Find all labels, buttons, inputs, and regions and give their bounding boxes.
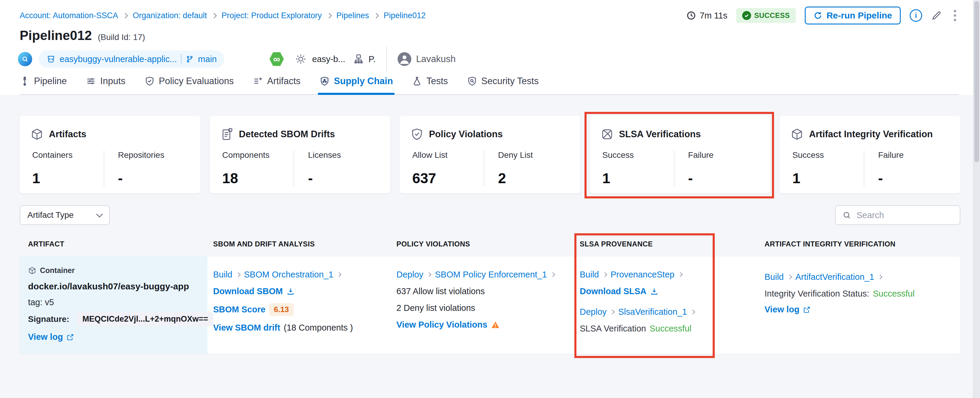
sbom-score-link[interactable]: SBOM Score xyxy=(213,305,266,315)
sbom-cell: Build SBOM Orchestration_1 Download SBOM… xyxy=(207,257,391,354)
vertical-scrollbar xyxy=(973,0,980,398)
stage-link[interactable]: Build xyxy=(213,270,232,280)
filter-row: Artifact Type xyxy=(20,205,960,225)
view-log-link[interactable]: View log xyxy=(28,332,63,342)
trigger-name: easy-b... xyxy=(312,54,345,64)
external-link-icon xyxy=(67,333,74,341)
gear-icon xyxy=(295,53,307,65)
artifact-cell: Container docker.io/lavakush07/easy-bugg… xyxy=(20,257,207,354)
breadcrumb-organization[interactable]: Organization: default xyxy=(133,11,207,20)
col-header-sbom: SBOM AND DRIFT ANALYSIS xyxy=(207,240,391,248)
cube-icon xyxy=(30,128,43,141)
header: Account: Automation-SSCA Organization: d… xyxy=(0,0,980,95)
card-sbom-drifts: Detected SBOM Drifts Components 18 Licen… xyxy=(210,116,390,193)
repo-name: easybuggy-vulnerable-applic... xyxy=(60,54,177,64)
vertical-divider xyxy=(386,46,387,72)
breadcrumb-current-pipeline[interactable]: Pipeline012 xyxy=(383,11,426,20)
download-sbom-link[interactable]: Download SBOM xyxy=(213,286,283,296)
col-header-slsa: SLSA PROVENANCE xyxy=(574,240,759,248)
info-icon[interactable]: i xyxy=(910,9,922,22)
warning-icon xyxy=(491,320,500,329)
step-link[interactable]: SlsaVerification_1 xyxy=(618,307,687,317)
card-title: Policy Violations xyxy=(429,129,503,140)
tab-pipeline[interactable]: Pipeline xyxy=(20,76,67,94)
breadcrumb-pipelines[interactable]: Pipelines xyxy=(337,11,369,20)
metric-repositories: Repositories - xyxy=(104,150,189,187)
tab-label: Pipeline xyxy=(34,76,67,86)
external-link-icon xyxy=(803,306,811,313)
more-menu-icon[interactable] xyxy=(951,9,959,22)
stage-link[interactable]: Build xyxy=(765,272,784,282)
integrity-status-label: Integrity Verification Status: xyxy=(765,289,869,299)
page-title: Pipeline012 xyxy=(20,28,92,43)
artifact-type-select[interactable]: Artifact Type xyxy=(20,205,110,225)
status-text: SUCCESS xyxy=(754,11,790,20)
title-row: Pipeline012 (Build Id: 17) xyxy=(20,28,959,43)
supply-chain-content: Artifacts Containers 1 Repositories - xyxy=(0,116,980,354)
card-artifacts: Artifacts Containers 1 Repositories - xyxy=(20,116,200,193)
rerun-label: Re-run Pipeline xyxy=(827,10,892,21)
tab-policy-evaluations[interactable]: Policy Evaluations xyxy=(145,76,234,94)
slsa-status-label: SLSA Verification xyxy=(580,324,646,334)
tab-security-tests[interactable]: Security Tests xyxy=(467,76,539,94)
breadcrumb-project[interactable]: Project: Product Exploratory xyxy=(221,11,321,20)
user-avatar-icon xyxy=(398,52,411,66)
tab-artifacts[interactable]: Artifacts xyxy=(253,76,301,94)
chevron-right-icon xyxy=(690,310,695,315)
search-input[interactable] xyxy=(856,210,953,221)
chevron-right-icon xyxy=(602,272,607,277)
card-title: Artifacts xyxy=(49,129,86,140)
chevron-right-icon xyxy=(550,272,555,277)
artifacts-table: ARTIFACT SBOM AND DRIFT ANALYSIS POLICY … xyxy=(20,240,960,354)
rerun-pipeline-button[interactable]: Re-run Pipeline xyxy=(805,6,901,24)
view-sbom-drift-link[interactable]: View SBOM drift xyxy=(213,323,280,332)
scrollbar-thumb[interactable] xyxy=(974,1,979,162)
chevron-right-icon xyxy=(427,272,431,277)
signature-row: Signature: MEQCICde2Vjl...L+2+mqnOXw== xyxy=(28,312,199,326)
delegate-icon xyxy=(353,53,364,65)
repo-branch-chip[interactable]: easybuggy-vulnerable-applic... main xyxy=(39,50,224,68)
view-log-link[interactable]: View log xyxy=(765,305,799,315)
stage-link[interactable]: Build xyxy=(580,270,599,280)
download-icon xyxy=(650,287,659,296)
metric-licenses: Licenses - xyxy=(294,150,379,187)
stage-link[interactable]: Deploy xyxy=(580,307,606,317)
chevron-right-icon xyxy=(337,272,342,277)
breadcrumb: Account: Automation-SSCA Organization: d… xyxy=(20,11,426,20)
tab-label: Artifacts xyxy=(267,76,301,86)
status-badge: SUCCESS xyxy=(736,8,796,23)
stage-link[interactable]: Deploy xyxy=(396,270,423,280)
chevron-right-icon xyxy=(326,13,332,18)
step-link[interactable]: SBOM Orchestration_1 xyxy=(244,270,334,280)
chevron-right-icon xyxy=(123,13,128,18)
slsa-cell: Build ProvenanceStep Download SLSA Deplo… xyxy=(574,257,759,354)
step-link[interactable]: ProvenanceStep xyxy=(611,270,675,280)
card-policy-violations: Policy Violations Allow List 637 Deny Li… xyxy=(400,116,580,193)
chevron-right-icon xyxy=(212,13,217,18)
container-cube-icon xyxy=(28,267,37,275)
table-row: Container docker.io/lavakush07/easy-bugg… xyxy=(20,257,960,354)
step-link[interactable]: SBOM Policy Enforcement_1 xyxy=(435,270,547,280)
download-slsa-link[interactable]: Download SLSA xyxy=(580,286,646,296)
metric-slsa-success: Success 1 xyxy=(601,150,674,187)
summary-cards: Artifacts Containers 1 Repositories - xyxy=(20,116,960,193)
cube-icon xyxy=(791,128,803,141)
view-policy-violations-link[interactable]: View Policy Violations xyxy=(396,320,487,330)
artifact-type-label: Artifact Type xyxy=(27,210,74,220)
tab-supply-chain[interactable]: Supply Chain xyxy=(320,76,393,94)
shield-search-icon xyxy=(467,76,477,86)
allow-list-violations: 637 Allow list violations xyxy=(396,286,485,296)
tab-tests[interactable]: Tests xyxy=(412,76,448,94)
integrity-status-value: Successful xyxy=(873,289,915,299)
chevron-right-icon xyxy=(374,13,379,18)
artifact-tag: tag: v5 xyxy=(28,297,199,307)
tab-inputs[interactable]: Inputs xyxy=(86,76,125,94)
step-link[interactable]: ArtifactVerification_1 xyxy=(795,272,874,282)
edit-icon[interactable] xyxy=(931,10,942,21)
policy-cell: Deploy SBOM Policy Enforcement_1 637 All… xyxy=(391,257,574,354)
breadcrumb-row: Account: Automation-SSCA Organization: d… xyxy=(20,6,959,25)
sliders-icon xyxy=(86,76,96,86)
tab-label: Tests xyxy=(426,76,448,86)
breadcrumb-account[interactable]: Account: Automation-SSCA xyxy=(20,11,118,20)
run-controls: 7m 11s SUCCESS Re-run Pipeline i xyxy=(686,6,959,24)
